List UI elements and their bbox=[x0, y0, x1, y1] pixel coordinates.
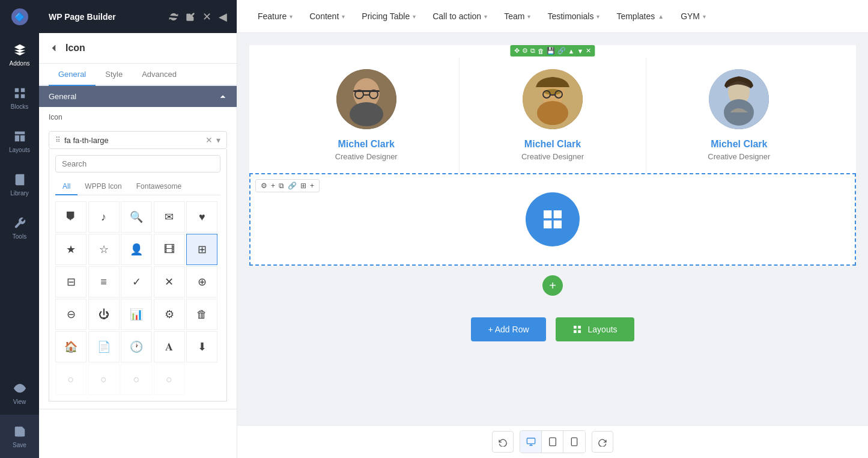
edit-icon[interactable] bbox=[186, 12, 195, 22]
row-copy-icon[interactable]: ⧉ bbox=[530, 47, 535, 55]
add-row-circle-button[interactable]: + bbox=[542, 275, 563, 296]
nav-team[interactable]: Team ▾ bbox=[496, 0, 539, 33]
mobile-button[interactable] bbox=[563, 431, 585, 453]
svg-rect-27 bbox=[574, 330, 577, 333]
templates-chevron: ▲ bbox=[658, 13, 664, 20]
svg-rect-32 bbox=[571, 438, 577, 445]
section-settings-icon[interactable]: ⚙ bbox=[261, 182, 267, 190]
icon-cog[interactable]: ⚙ bbox=[154, 299, 185, 330]
team-card-2-role: Creative Designer bbox=[521, 152, 584, 161]
icon-font[interactable]: 𝐀 bbox=[154, 331, 185, 362]
icon-download[interactable]: ⬇ bbox=[186, 331, 217, 362]
section-copy-icon[interactable]: ⧉ bbox=[279, 182, 284, 190]
layouts-button[interactable]: Layouts bbox=[556, 317, 634, 341]
undo-button[interactable] bbox=[492, 431, 514, 453]
collapse-icon[interactable]: ◀ bbox=[219, 10, 227, 23]
nav-pricing[interactable]: Pricing Table ▾ bbox=[353, 0, 424, 33]
app-logo: 🔷 bbox=[11, 8, 28, 25]
sidebar-item-addons[interactable]: Addons bbox=[0, 33, 39, 76]
icon-home[interactable]: 🏠 bbox=[55, 331, 86, 362]
team-card-2-name: Michel Clark bbox=[524, 139, 581, 150]
sidebar-item-save[interactable]: Save bbox=[0, 415, 39, 458]
filter-tab-all[interactable]: All bbox=[55, 179, 77, 195]
icon-search-minus[interactable]: ⊖ bbox=[55, 299, 86, 330]
row-settings-icon[interactable]: ⚙ bbox=[522, 47, 528, 55]
svg-rect-6 bbox=[20, 135, 24, 141]
icon-film[interactable]: 🎞 bbox=[154, 234, 185, 265]
icon-extra-2[interactable]: ○ bbox=[88, 364, 120, 395]
section-add2-icon[interactable]: + bbox=[310, 182, 314, 190]
icon-extra-4[interactable]: ○ bbox=[154, 364, 185, 395]
team-card-2: Michel Clark Creative Designer bbox=[460, 57, 646, 173]
nav-feature[interactable]: Feature ▾ bbox=[249, 0, 301, 33]
filter-tab-wppb[interactable]: WPPB Icon bbox=[77, 179, 129, 195]
sidebar-item-tools[interactable]: Tools bbox=[0, 206, 39, 249]
icon-search-plus[interactable]: ⊕ bbox=[186, 266, 217, 298]
icon-clock[interactable]: 🕐 bbox=[121, 331, 152, 362]
nav-cta[interactable]: Call to action ▾ bbox=[424, 0, 496, 33]
sidebar-item-library[interactable]: Library bbox=[0, 163, 39, 206]
team-chevron: ▾ bbox=[527, 13, 530, 20]
nav-content[interactable]: Content ▾ bbox=[301, 0, 353, 33]
tab-advanced[interactable]: Advanced bbox=[132, 64, 186, 86]
section-nav-icon[interactable]: ⊞ bbox=[300, 182, 306, 190]
icon-display-area bbox=[250, 174, 855, 264]
icon-filter[interactable]: ⛊ bbox=[55, 201, 86, 233]
sidebar-item-blocks[interactable]: Blocks bbox=[0, 76, 39, 120]
sidebar-item-view[interactable]: View bbox=[0, 371, 39, 415]
tab-general[interactable]: General bbox=[49, 64, 96, 86]
svg-point-17 bbox=[544, 89, 561, 95]
icon-search-input[interactable] bbox=[55, 155, 220, 173]
refresh-icon[interactable] bbox=[169, 12, 178, 22]
row-up-icon[interactable]: ▲ bbox=[568, 47, 575, 55]
nav-templates[interactable]: Templates ▲ bbox=[608, 0, 672, 33]
desktop-button[interactable] bbox=[520, 431, 542, 453]
back-button[interactable] bbox=[49, 43, 59, 53]
icon-list[interactable]: ≡ bbox=[88, 266, 120, 298]
row-link-icon[interactable]: 🔗 bbox=[557, 47, 566, 55]
avatar-2-image bbox=[523, 69, 583, 129]
icon-extra-3[interactable]: ○ bbox=[121, 364, 152, 395]
undo-icon bbox=[498, 437, 508, 447]
icon-star-filled[interactable]: ★ bbox=[55, 234, 86, 265]
icon-check[interactable]: ✓ bbox=[121, 266, 152, 298]
icon-envelope[interactable]: ✉ bbox=[154, 201, 185, 233]
icon-heart[interactable]: ♥ bbox=[186, 201, 217, 233]
row-move-icon[interactable]: ✥ bbox=[514, 47, 520, 55]
icon-times[interactable]: ✕ bbox=[154, 266, 185, 298]
section-add-icon[interactable]: + bbox=[271, 182, 275, 190]
row-trash-icon[interactable]: ✕ bbox=[586, 47, 591, 55]
icon-user[interactable]: 👤 bbox=[121, 234, 152, 265]
panel-section-general: General bbox=[39, 86, 237, 107]
icon-th[interactable]: ⊟ bbox=[55, 266, 86, 298]
icon-power[interactable]: ⏻ bbox=[88, 299, 120, 330]
svg-rect-29 bbox=[527, 438, 535, 444]
icon-grid: ⛊ ♪ 🔍 ✉ ♥ ★ ☆ 👤 🎞 ⊞ ⊟ ≡ ✓ bbox=[55, 201, 220, 395]
tablet-button[interactable] bbox=[542, 431, 563, 453]
svg-rect-4 bbox=[14, 131, 25, 134]
icon-star-outline[interactable]: ☆ bbox=[88, 234, 120, 265]
close-icon[interactable]: ✕ bbox=[202, 10, 211, 23]
nav-testimonials[interactable]: Testimonials ▾ bbox=[539, 0, 608, 33]
clear-icon[interactable]: ✕ bbox=[205, 135, 213, 145]
section-link-icon[interactable]: 🔗 bbox=[288, 182, 297, 190]
icon-input-value: fa fa-th-large bbox=[64, 136, 202, 145]
row-down-icon[interactable]: ▼ bbox=[577, 47, 584, 55]
filter-tab-fontawesome[interactable]: Fontawesome bbox=[129, 179, 189, 195]
icon-file[interactable]: 📄 bbox=[88, 331, 120, 362]
chevron-down-icon[interactable]: ▾ bbox=[216, 135, 220, 145]
icon-bar-chart[interactable]: 📊 bbox=[121, 299, 152, 330]
icon-trash[interactable]: 🗑 bbox=[186, 299, 217, 330]
sidebar-item-layouts[interactable]: Layouts bbox=[0, 120, 39, 163]
row-delete-icon[interactable]: 🗑 bbox=[538, 47, 544, 55]
icon-th-large[interactable]: ⊞ bbox=[186, 234, 217, 265]
icon-search[interactable]: 🔍 bbox=[121, 201, 152, 233]
add-row-button[interactable]: + Add Row bbox=[471, 317, 545, 341]
icon-music[interactable]: ♪ bbox=[88, 201, 120, 233]
tab-style[interactable]: Style bbox=[96, 64, 132, 86]
row-save-icon[interactable]: 💾 bbox=[547, 47, 555, 55]
nav-gym[interactable]: GYM ▾ bbox=[672, 0, 714, 33]
feature-chevron: ▾ bbox=[290, 13, 293, 20]
icon-extra-1[interactable]: ○ bbox=[55, 364, 86, 395]
redo-button[interactable] bbox=[592, 431, 613, 453]
